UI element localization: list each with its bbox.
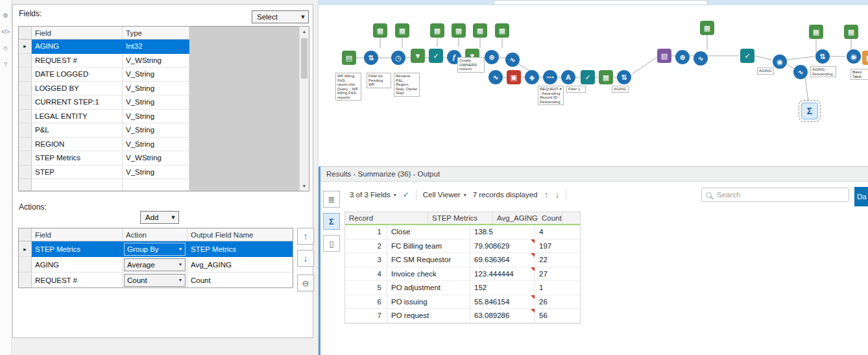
results-row[interactable]: 4 Invoice check 123.444444 27 — [345, 267, 580, 282]
step-metrics-cell[interactable]: PO request — [387, 309, 470, 323]
up-arrow-icon[interactable]: ↑ — [544, 190, 548, 200]
fields-filter-dropdown[interactable]: 3 of 3 Fields ▾ — [350, 191, 396, 199]
field-name-cell[interactable]: DATE LOGGED — [32, 67, 123, 82]
row-selector-cell[interactable] — [19, 151, 32, 165]
record-number-cell[interactable]: 6 — [345, 295, 387, 310]
union-tool-icon[interactable]: ⊕ — [485, 50, 499, 64]
results-column-header[interactable]: Avg_AGING — [493, 212, 538, 224]
regex-tool-icon[interactable]: A — [561, 70, 575, 84]
datetime-tool-icon[interactable]: ◷ — [391, 51, 405, 65]
code-icon[interactable]: </> — [1, 27, 10, 36]
action-field-cell[interactable]: AGING — [32, 257, 123, 273]
results-column-header[interactable]: STEP Metrics — [428, 212, 493, 224]
action-select[interactable]: Count ▾ — [124, 274, 186, 287]
field-type-cell[interactable]: V_String — [123, 138, 189, 152]
search-input[interactable] — [716, 190, 845, 199]
results-column-header[interactable]: Count — [538, 212, 562, 224]
field-name-cell[interactable]: AGING — [32, 40, 123, 54]
row-selector-cell[interactable]: ▸ — [19, 40, 32, 54]
workflow-canvas[interactable]: ▦▦▦▦▦▦▦▦▦▤⇅◷▼✓ƒ▼⊕∿∿▣◈⋯A✓▦⇅▧⊕∿✓◉∿⇅◉▦ΣWF b… — [319, 0, 868, 166]
table-tool-icon[interactable]: ▦ — [862, 51, 868, 65]
field-name-cell[interactable]: STEP — [32, 165, 123, 180]
results-row[interactable]: 6 PO issuing 55.846154 26 — [345, 295, 580, 310]
step-metrics-cell[interactable]: FC SM Requestor — [387, 253, 470, 267]
record-number-cell[interactable]: 1 — [345, 225, 387, 239]
row-selector-cell[interactable] — [19, 95, 32, 110]
field-row[interactable]: CURRENT STEP:1 V_String — [19, 95, 299, 110]
remove-action-button[interactable]: ⊖ — [297, 275, 314, 291]
browse-anchor-icon[interactable]: ▦ — [495, 23, 509, 38]
field-type-cell[interactable]: V_String — [123, 67, 189, 82]
browse-anchor-icon[interactable]: ▦ — [373, 23, 387, 38]
count-cell[interactable]: 1 — [535, 281, 580, 295]
scroll-down-icon[interactable]: ▼ — [300, 181, 309, 191]
tag-icon[interactable]: ◇ — [1, 43, 10, 53]
action-field-cell[interactable]: REQUEST # — [32, 273, 123, 288]
field-row[interactable]: P&L V_String — [19, 123, 299, 138]
input-data-icon[interactable]: ▤ — [342, 51, 356, 65]
field-type-cell[interactable]: V_WString — [123, 151, 189, 165]
move-up-button[interactable]: ↑ — [297, 228, 314, 245]
fields-scrollbar[interactable]: ▲ ▼ — [299, 27, 309, 191]
row-selector-cell[interactable] — [19, 123, 32, 138]
field-name-cell[interactable]: REGION — [32, 138, 123, 152]
action-select[interactable]: Group By ▾ — [124, 243, 186, 256]
output-field-name-cell[interactable]: Count — [187, 273, 293, 288]
field-row[interactable]: LOGGED BY V_String — [19, 82, 299, 96]
results-row[interactable]: 7 PO request 63.089286 56 — [345, 309, 580, 323]
search-box[interactable] — [701, 188, 849, 202]
transform-tool-icon[interactable]: ∿ — [793, 65, 808, 79]
field-type-cell[interactable]: V_WString — [123, 54, 189, 68]
scrollbar-thumb[interactable] — [494, 0, 708, 5]
formula-tool-icon[interactable]: ◉ — [773, 55, 787, 69]
browse-tool-icon[interactable]: ◉ — [847, 49, 861, 64]
record-number-cell[interactable]: 7 — [345, 309, 387, 323]
count-cell[interactable]: 22 — [535, 253, 580, 267]
results-row[interactable]: 1 Close 138.5 4 — [345, 225, 580, 239]
data-tab-button[interactable]: Da — [854, 187, 868, 206]
report-tool-icon[interactable]: ▣ — [507, 70, 521, 84]
row-selector-cell[interactable] — [19, 54, 32, 68]
count-cell[interactable]: 56 — [535, 309, 580, 323]
row-selector-cell[interactable] — [19, 138, 32, 152]
select-dropdown[interactable]: Select ▼ — [252, 10, 309, 23]
results-row[interactable]: 3 FC SM Requestor 69.636364 22 — [345, 253, 580, 267]
field-name-cell[interactable]: REQUEST # — [32, 54, 123, 68]
help-icon[interactable]: ? — [1, 59, 10, 69]
count-cell[interactable]: 26 — [535, 295, 580, 310]
field-type-cell[interactable]: V_String — [123, 95, 189, 110]
browse-anchor-icon[interactable]: ▦ — [430, 23, 444, 38]
apply-check-icon[interactable]: ✓ — [403, 190, 409, 199]
browse-anchor-icon[interactable]: ▦ — [395, 23, 409, 38]
avg-aging-cell[interactable]: 69.636364 — [470, 253, 535, 267]
field-name-cell[interactable]: P&L — [32, 123, 123, 138]
row-selector-cell[interactable] — [19, 67, 32, 82]
select-tool-icon[interactable]: ✓ — [429, 49, 443, 63]
row-selector-cell[interactable] — [19, 110, 32, 124]
move-down-button[interactable]: ↓ — [297, 250, 314, 267]
action-select[interactable]: Average ▾ — [124, 258, 186, 271]
step-metrics-cell[interactable]: Invoice check — [387, 267, 470, 282]
field-type-cell[interactable]: V_String — [123, 123, 189, 138]
avg-aging-cell[interactable]: 123.444444 — [470, 267, 535, 282]
field-row[interactable]: REQUEST # V_WString — [19, 54, 299, 68]
browse-anchor-icon[interactable]: ▦ — [809, 25, 823, 39]
record-number-cell[interactable]: 2 — [345, 239, 387, 254]
fields-header-field[interactable]: Field — [32, 27, 123, 40]
action-row[interactable]: REQUEST # Count ▾ Count — [19, 273, 293, 288]
down-arrow-icon[interactable]: ↓ — [555, 190, 559, 200]
field-name-cell[interactable]: LEGAL ENTITY — [32, 110, 123, 124]
results-summarize-tool-icon[interactable]: Σ — [323, 213, 340, 230]
cell-viewer-dropdown[interactable]: Cell Viewer ▾ — [423, 191, 466, 199]
row-selector-cell[interactable] — [19, 165, 32, 180]
sort-tool-icon[interactable]: ⇅ — [364, 51, 378, 65]
count-cell[interactable]: 197 — [535, 239, 580, 254]
row-selector-cell[interactable]: ▸ — [19, 241, 32, 257]
field-row[interactable]: REGION V_String — [19, 138, 299, 152]
results-row[interactable]: 2 FC Billing team 79.908629 197 — [345, 239, 580, 254]
canvas-horizontal-scrollbar[interactable] — [319, 0, 868, 5]
crosstab-tool-icon[interactable]: ▦ — [599, 70, 613, 84]
output-field-name-cell[interactable]: Avg_AGING — [187, 257, 293, 273]
add-action-dropdown[interactable]: Add ▼ — [140, 211, 179, 224]
filter-tool-icon[interactable]: ▼ — [411, 49, 425, 63]
